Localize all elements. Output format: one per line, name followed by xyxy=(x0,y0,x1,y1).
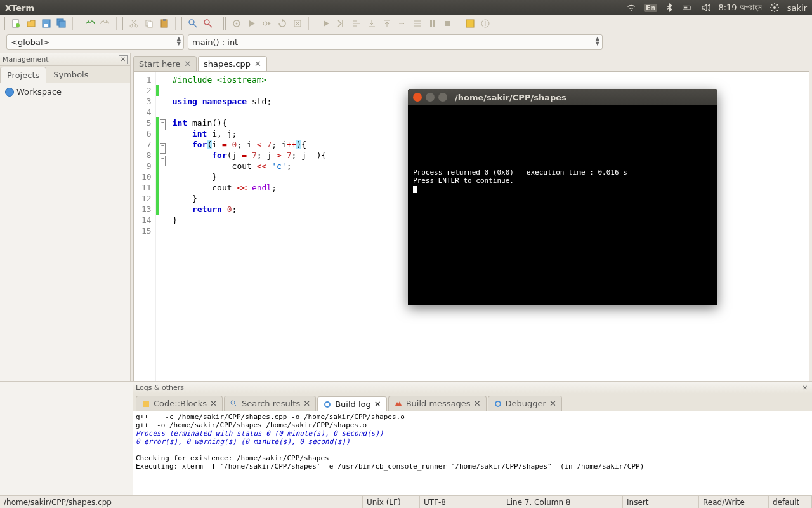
status-encoding: UTF-8 xyxy=(420,496,502,508)
system-menubar: XTerm En 8:19 অপরাহ্ন sakir xyxy=(0,0,812,15)
toolbar-grip[interactable] xyxy=(77,17,81,30)
status-cursor-pos: Line 7, Column 8 xyxy=(502,496,623,508)
bluetooth-icon[interactable] xyxy=(665,3,675,13)
toolbar-grip[interactable] xyxy=(223,17,227,30)
save-button[interactable] xyxy=(39,17,53,30)
close-tab-icon[interactable]: ✕ xyxy=(374,399,381,409)
open-button[interactable] xyxy=(24,17,38,30)
tab-symbols[interactable]: Symbols xyxy=(46,66,95,83)
terminal-output[interactable]: Process returned 0 (0x0) execution time … xyxy=(408,105,717,198)
svg-rect-24 xyxy=(445,21,450,26)
tab-debugger[interactable]: Debugger✕ xyxy=(488,396,562,411)
abort-button[interactable] xyxy=(291,17,304,30)
build-run-button[interactable] xyxy=(260,17,274,30)
cut-button[interactable] xyxy=(127,17,141,30)
svg-point-20 xyxy=(263,22,267,25)
svg-point-5 xyxy=(16,23,20,27)
info-button[interactable]: i xyxy=(478,17,492,30)
project-tree: Workspace xyxy=(0,83,130,100)
next-instr-button[interactable] xyxy=(395,17,409,30)
terminal-cursor xyxy=(413,186,417,193)
scope-selector-row: <global> ▲▼ main() : int ▲▼ xyxy=(0,32,812,53)
svg-rect-7 xyxy=(44,24,48,27)
window-title: XTerm xyxy=(5,3,34,13)
close-tab-icon[interactable]: ✕ xyxy=(184,59,191,69)
language-indicator[interactable]: En xyxy=(644,4,657,12)
new-file-button[interactable] xyxy=(9,17,23,30)
svg-point-31 xyxy=(495,401,501,406)
close-logs-button[interactable]: ✕ xyxy=(801,384,809,392)
step-into-button[interactable] xyxy=(365,17,379,30)
status-profile: default xyxy=(769,496,812,508)
build-button[interactable] xyxy=(230,17,244,30)
tab-shapes-cpp[interactable]: shapes.cpp ✕ xyxy=(198,56,267,71)
replace-button[interactable] xyxy=(201,17,215,30)
debug-run-button[interactable] xyxy=(319,17,333,30)
paste-button[interactable] xyxy=(157,17,171,30)
close-tab-icon[interactable]: ✕ xyxy=(474,399,481,408)
svg-rect-22 xyxy=(430,20,432,27)
step-out-button[interactable] xyxy=(380,17,394,30)
clock[interactable]: 8:19 অপরাহ্ন xyxy=(718,3,761,13)
tab-build-log[interactable]: Build log✕ xyxy=(317,396,387,411)
window-close-button[interactable] xyxy=(413,93,422,102)
build-log-output[interactable]: g++ -c /home/sakir/CPP/shapes.cpp -o /ho… xyxy=(133,411,812,495)
svg-rect-9 xyxy=(59,21,65,27)
window-maximize-button[interactable] xyxy=(438,93,447,102)
workspace-node[interactable]: Workspace xyxy=(5,87,125,97)
tab-projects[interactable]: Projects xyxy=(0,67,46,83)
close-tab-icon[interactable]: ✕ xyxy=(254,59,261,69)
close-tab-icon[interactable]: ✕ xyxy=(549,399,556,408)
close-panel-button[interactable]: ✕ xyxy=(119,55,128,64)
redo-button[interactable] xyxy=(98,17,112,30)
next-line-button[interactable] xyxy=(350,17,363,30)
svg-rect-1 xyxy=(691,7,691,9)
close-tab-icon[interactable]: ✕ xyxy=(303,399,310,408)
svg-rect-23 xyxy=(433,20,435,27)
logs-panel: Logs & others ✕ Code::Blocks✕ Search res… xyxy=(0,381,812,495)
toolbar-grip[interactable] xyxy=(313,17,317,30)
step-instr-button[interactable] xyxy=(410,17,424,30)
toolbar-grip[interactable] xyxy=(121,17,124,30)
status-filepath: /home/sakir/CPP/shapes.cpp xyxy=(0,496,363,508)
toolbar-grip[interactable] xyxy=(3,17,6,30)
management-title: Management ✕ xyxy=(0,53,130,66)
debug-windows-button[interactable] xyxy=(463,17,477,30)
user-menu[interactable]: sakir xyxy=(787,3,807,13)
svg-rect-15 xyxy=(163,19,166,21)
toolbar-grip[interactable] xyxy=(180,17,183,30)
run-to-cursor-button[interactable] xyxy=(334,17,348,30)
gear-icon[interactable] xyxy=(769,3,780,13)
scope-combo[interactable]: <global> ▲▼ xyxy=(6,34,184,50)
status-insert-mode: Insert xyxy=(623,496,699,508)
svg-rect-28 xyxy=(143,401,149,407)
copy-button[interactable] xyxy=(142,17,156,30)
statusbar: /home/sakir/CPP/shapes.cpp Unix (LF) UTF… xyxy=(0,495,812,508)
terminal-window[interactable]: /home/sakir/CPP/shapes Process returned … xyxy=(408,89,717,305)
svg-point-11 xyxy=(135,25,138,27)
tab-search-results[interactable]: Search results✕ xyxy=(224,396,316,411)
terminal-titlebar[interactable]: /home/sakir/CPP/shapes xyxy=(408,89,717,105)
tab-start-here[interactable]: Start here ✕ xyxy=(133,56,197,71)
tab-build-messages[interactable]: Build messages✕ xyxy=(388,396,487,411)
terminal-title: /home/sakir/CPP/shapes xyxy=(455,93,566,102)
run-button[interactable] xyxy=(245,17,259,30)
window-minimize-button[interactable] xyxy=(426,93,435,102)
tab-codeblocks[interactable]: Code::Blocks✕ xyxy=(136,396,223,411)
save-all-button[interactable] xyxy=(55,17,69,30)
rebuild-button[interactable] xyxy=(275,17,289,30)
volume-icon[interactable] xyxy=(700,3,710,13)
function-combo-value: main() : int xyxy=(192,37,238,47)
svg-point-29 xyxy=(231,401,235,404)
find-button[interactable] xyxy=(186,17,200,30)
stop-button[interactable] xyxy=(441,17,455,30)
break-button[interactable] xyxy=(426,17,440,30)
svg-point-3 xyxy=(773,6,776,9)
function-combo[interactable]: main() : int ▲▼ xyxy=(188,34,603,50)
svg-rect-2 xyxy=(684,7,687,9)
close-tab-icon[interactable]: ✕ xyxy=(210,399,217,408)
wifi-icon[interactable] xyxy=(626,3,636,13)
undo-button[interactable] xyxy=(83,17,97,30)
svg-point-17 xyxy=(204,20,209,25)
battery-icon[interactable] xyxy=(683,3,693,13)
